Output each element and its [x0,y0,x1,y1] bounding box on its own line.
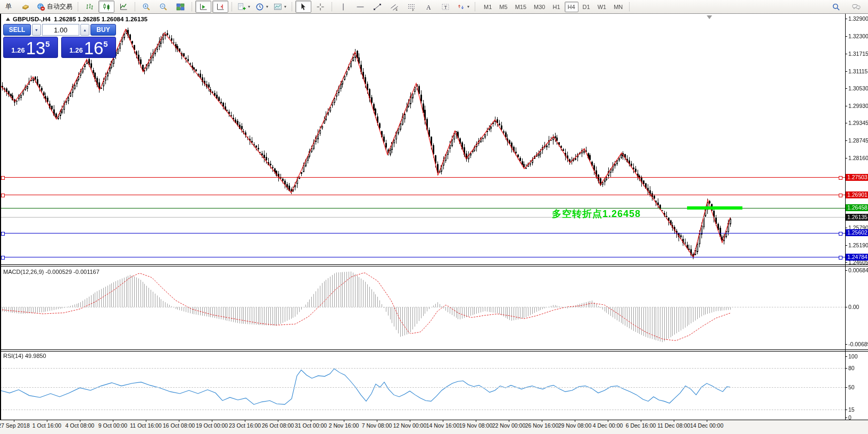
macd-pane-separator-2 [0,266,868,266]
volume-increase-button[interactable]: ▲ [80,24,89,36]
line-anchor[interactable] [1,232,5,236]
price-tick-mark [845,368,847,369]
equidistant-channel-button[interactable]: E [386,1,402,13]
price-badge: 1.26458 [846,204,868,211]
indicators-button[interactable]: ▾ [235,1,252,13]
toolbar-buttons: 单自动交易▾▾▾EFAT▾ [0,1,478,13]
price-tick-mark [845,344,847,345]
horizontal-level-line[interactable] [0,233,845,233]
price-badge: 1.26901 [846,191,868,198]
zoom-out-icon [159,3,168,11]
timeframe-m15[interactable]: M15 [512,2,530,12]
timeframe-d1[interactable]: D1 [580,2,593,12]
chevron-down-icon[interactable]: ▾ [467,4,469,9]
line-anchor[interactable] [1,176,5,180]
price-tick-mark [845,19,847,19]
horizontal-line-button[interactable] [352,1,368,13]
tile-windows-button[interactable] [172,1,188,13]
price-tick-mark [845,245,847,246]
bar-chart-icon [85,3,94,11]
fibonacci-icon: F [407,3,416,11]
chevron-down-icon[interactable]: ▾ [284,4,286,9]
search-button[interactable] [828,1,844,13]
fibonacci-button[interactable]: F [403,1,419,13]
templates-button[interactable]: ▾ [271,1,288,13]
line-anchor[interactable] [839,176,842,180]
window-border [0,14,1,420]
price-tick-mark [845,270,847,271]
line-chart-button[interactable] [115,1,131,13]
line-anchor[interactable] [839,194,842,197]
vertical-line-button[interactable] [335,1,351,13]
candlestick-icon [102,3,111,11]
bar-chart-button[interactable] [81,1,97,13]
price-tick-label: 0 [848,414,852,421]
price-badge: 1.26135 [846,214,868,221]
volume-decrease-button[interactable]: ▼ [32,24,41,36]
cursor-icon [299,3,308,11]
buy-price-box[interactable]: 1.26 16 5 [61,37,116,58]
rsi-level-line [0,410,845,410]
macd-pane-separator[interactable] [0,264,868,265]
volume-input[interactable] [42,24,79,36]
horizontal-level-line[interactable] [0,177,845,178]
horizontal-level-line[interactable] [0,257,845,257]
text-button[interactable]: A [420,1,436,13]
time-tick-mark [443,420,443,422]
expert-advisor-button[interactable] [18,1,34,13]
price-tick-mark [845,228,847,228]
buy-button[interactable]: BUY [90,24,116,36]
sell-price-pips: 13 [26,40,46,56]
line-anchor[interactable] [1,256,5,260]
crosshair-button[interactable] [312,1,328,13]
search-icon [832,3,840,11]
rsi-pane-separator-2 [0,351,868,352]
sell-button[interactable]: SELL [3,24,31,36]
timeframe-m1[interactable]: M1 [481,2,495,12]
line-anchor[interactable] [839,256,842,260]
new-order-button[interactable]: 单 [1,1,16,13]
toolbar-separator [232,2,232,11]
cursor-button[interactable] [295,1,311,13]
zoom-in-button[interactable] [138,1,154,13]
time-axis-border [0,420,868,420]
text-label-button[interactable]: T [437,1,453,13]
channel-icon: E [390,3,399,11]
chevron-down-icon[interactable]: ▾ [266,4,268,9]
timeframe-h1[interactable]: H1 [549,2,563,12]
price-tick-label: 50 [848,384,855,390]
candlestick-button[interactable] [98,1,114,13]
buy-price-base: 1.26 [69,46,82,54]
chat-button[interactable] [848,1,864,13]
chevron-down-icon[interactable]: ▾ [248,4,250,9]
horizontal-level-line[interactable] [0,195,845,195]
highlight-trend-bar[interactable] [687,206,742,210]
arrows-button[interactable]: ▾ [454,1,472,13]
auto-scroll-icon [199,3,208,11]
chart-shift-button[interactable] [212,1,228,13]
text-label-icon: T [441,3,450,11]
sell-price-box[interactable]: 1.26 13 5 [3,37,58,58]
chart-annotation-text[interactable]: 多空转折点1.26458 [552,207,641,220]
timeframe-w1[interactable]: W1 [594,2,610,12]
auto-scroll-button[interactable] [195,1,211,13]
line-anchor[interactable] [1,194,5,197]
timeframe-m5[interactable]: M5 [496,2,510,12]
line-anchor[interactable] [839,232,842,236]
autotrading-button[interactable]: 自动交易 [35,1,75,13]
price-tick-label: 1.25190 [848,242,868,248]
timeframe-mn[interactable]: MN [610,2,626,12]
price-tick-mark [845,54,847,54]
zoom-out-button[interactable] [155,1,171,13]
timeframe-m30[interactable]: M30 [531,2,548,12]
collapse-panel-icon[interactable] [6,18,10,21]
rsi-name: RSI(14) [3,353,23,359]
timeframe-h4[interactable]: H4 [565,2,578,12]
periods-button[interactable]: ▾ [253,1,270,13]
time-tick-mark [212,420,212,422]
toolbar-right [828,1,868,13]
rsi-pane-separator[interactable] [0,349,868,350]
trendline-button[interactable] [369,1,385,13]
chart-shift-marker[interactable] [707,15,712,19]
price-tick-mark [845,418,847,418]
